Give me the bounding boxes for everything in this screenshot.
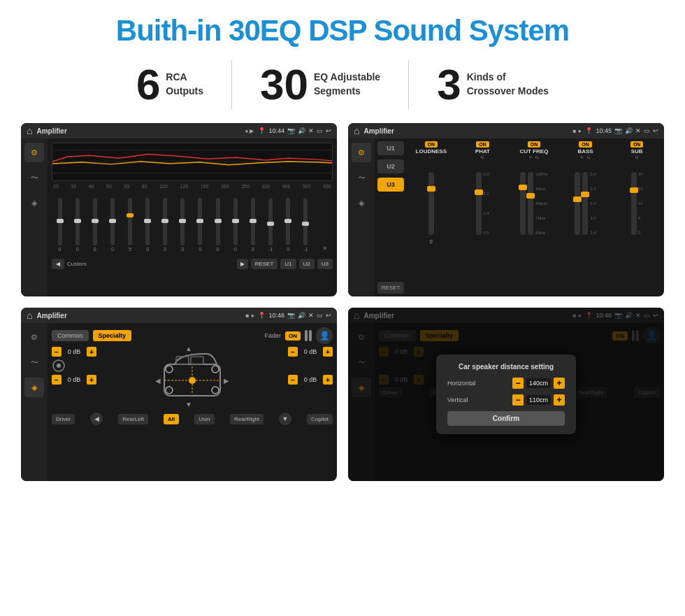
xover-reset-btn[interactable]: RESET (377, 282, 404, 294)
fader-on-badge[interactable]: ON (285, 331, 301, 341)
eq-status-icons: 📍 10:44 📷 🔊 ✕ ▭ ↩ (258, 127, 331, 134)
fader-minus-3[interactable]: − (288, 347, 298, 357)
eq-slider-9: 0 (216, 198, 220, 252)
eq-time: 10:44 (268, 127, 284, 134)
fader-db-row-2: − 0 dB + (52, 375, 96, 385)
eq-slider-2: 0 (93, 198, 97, 252)
dialog-box-title: Car speaker distance setting (447, 363, 565, 371)
fader-sidebar: ⚙ 〜 ◈ (21, 323, 48, 481)
fader-plus-1[interactable]: + (87, 347, 96, 357)
fader-all-btn[interactable]: All (164, 414, 179, 424)
fader-user-btn[interactable]: User (194, 414, 215, 424)
eq-x-icon: ✕ (308, 127, 314, 134)
xover-title: Amplifier (363, 127, 568, 135)
fader-db-row-3: − 0 dB + (288, 347, 333, 357)
eq-preset-label: Custom (67, 261, 87, 267)
stats-row: 6 RCA Outputs 30 EQ Adjustable Segments … (21, 60, 664, 109)
stat-label-eq-2: Segments (314, 85, 380, 99)
fader-sidebar-eq[interactable]: ⚙ (24, 327, 44, 347)
eq-u2-btn[interactable]: U2 (299, 259, 315, 269)
xover-cutfreq-on[interactable]: ON (528, 141, 541, 148)
xover-u3-btn[interactable]: U3 (377, 178, 404, 192)
fader-back-icon[interactable]: ↩ (326, 312, 331, 319)
eq-sidebar-vol[interactable]: ◈ (24, 193, 44, 213)
fader-db-val-3: 0 dB (300, 348, 321, 355)
fader-plus-3[interactable]: + (323, 347, 333, 357)
eq-sidebar-wave[interactable]: 〜 (24, 168, 44, 187)
eq-u3-btn[interactable]: U3 (317, 259, 333, 269)
fader-copilot-btn[interactable]: Copilot (307, 414, 333, 424)
dialog-horizontal-minus[interactable]: − (512, 378, 524, 389)
fader-spacer-right (288, 359, 333, 373)
fader-db-val-2: 0 dB (64, 376, 85, 383)
fader-rearleft-btn[interactable]: RearLeft (118, 414, 148, 424)
eq-slider-6: 0 (163, 198, 167, 252)
xover-u2-btn[interactable]: U2 (377, 159, 404, 173)
stat-label-rca-2: Outputs (166, 85, 203, 99)
xover-cam-icon: 📷 (614, 127, 622, 134)
xover-sidebar-vol[interactable]: ◈ (352, 193, 371, 213)
fader-home-icon[interactable]: ⌂ (27, 310, 32, 321)
dialog-horizontal-plus[interactable]: + (554, 378, 565, 389)
eq-reset-btn[interactable]: RESET (251, 259, 278, 269)
fader-down-arrow[interactable]: ▼ (279, 413, 291, 425)
xover-u1-btn[interactable]: U1 (377, 141, 404, 155)
fader-plus-2[interactable]: + (87, 375, 96, 385)
fader-settings-icon[interactable]: 👤 (316, 327, 333, 344)
dialog-vertical-input: − 110cm + (512, 394, 565, 406)
eq-slider-3: 0 (110, 198, 115, 252)
fader-db-val-1: 0 dB (64, 348, 85, 355)
fader-rearright-btn[interactable]: RearRight (230, 414, 264, 424)
xover-home-icon[interactable]: ⌂ (354, 125, 359, 136)
eq-more-icon[interactable]: » (323, 244, 327, 252)
fader-top-row: Common Specialty Fader ON 👤 (52, 327, 333, 344)
xover-sidebar: ⚙ 〜 ◈ (348, 138, 375, 296)
svg-text:▲: ▲ (185, 347, 192, 352)
eq-u1-btn[interactable]: U1 (280, 259, 296, 269)
svg-text:▶: ▶ (224, 377, 229, 385)
dialog-vertical-plus[interactable]: + (554, 394, 565, 406)
eq-prev-btn[interactable]: ◀ (52, 259, 64, 269)
eq-content: ⚙ 〜 ◈ (21, 138, 337, 296)
fader-minus-2[interactable]: − (52, 375, 62, 385)
fader-sidebar-vol[interactable]: ◈ (24, 378, 44, 397)
fader-minus-4[interactable]: − (288, 375, 298, 385)
xover-phat-on[interactable]: ON (476, 141, 489, 148)
xover-loudness-on[interactable]: ON (425, 141, 438, 148)
stat-label-xover-1: Kinds of (467, 71, 549, 85)
xover-content: ⚙ 〜 ◈ U1 U2 U3 RESET ON (348, 138, 664, 296)
fader-db-right: − 0 dB + − 0 dB + (288, 347, 333, 385)
fader-driver-btn[interactable]: Driver (52, 414, 75, 424)
fader-left-arrow[interactable]: ◀ (90, 413, 103, 425)
svg-point-11 (166, 366, 173, 373)
eq-main-area: 2532 4050 6380 100125 160200 250320 4005… (48, 138, 337, 296)
fader-db-val-4: 0 dB (300, 376, 321, 383)
dialog-vertical-minus[interactable]: − (512, 394, 524, 406)
xover-bass-on[interactable]: ON (579, 141, 592, 148)
xover-x-icon: ✕ (635, 127, 641, 134)
eq-bottom-bar: ◀ Custom ▶ RESET U1 U2 U3 (52, 259, 333, 269)
eq-sliders-area: 0 0 0 0 (52, 192, 333, 255)
xover-back-icon[interactable]: ↩ (653, 127, 658, 134)
eq-home-icon[interactable]: ⌂ (27, 125, 32, 136)
eq-sidebar-equalizer[interactable]: ⚙ (24, 143, 44, 162)
fader-plus-4[interactable]: + (323, 375, 333, 385)
eq-rect-icon: ▭ (317, 127, 323, 134)
fader-common-tab[interactable]: Common (52, 330, 89, 341)
fader-rect-icon: ▭ (317, 312, 323, 319)
fader-title: Amplifier (36, 312, 241, 320)
eq-back-icon[interactable]: ↩ (326, 127, 331, 134)
eq-slider-14: -1 (303, 198, 308, 252)
eq-play-btn[interactable]: ▶ (237, 259, 248, 269)
fader-specialty-tab[interactable]: Specialty (93, 330, 132, 341)
eq-slider-4: 5 (128, 198, 132, 252)
fader-minus-1[interactable]: − (52, 347, 62, 357)
fader-sidebar-wave[interactable]: 〜 (24, 352, 44, 372)
fader-cam-icon: 📷 (287, 312, 295, 319)
svg-text:◀: ◀ (155, 377, 161, 385)
xover-sidebar-wave[interactable]: 〜 (352, 168, 371, 187)
eq-slider-10: 0 (233, 198, 238, 252)
xover-sidebar-eq[interactable]: ⚙ (352, 143, 371, 162)
xover-sub-on[interactable]: ON (630, 141, 644, 148)
dialog-confirm-button[interactable]: Confirm (447, 411, 565, 426)
